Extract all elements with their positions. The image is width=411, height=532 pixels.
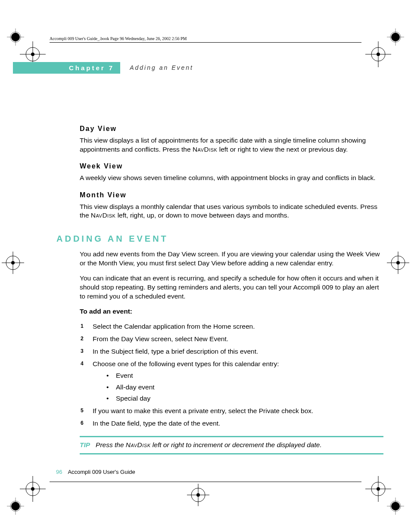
- paragraph: A weekly view shows seven timeline colum…: [80, 174, 383, 183]
- event-type-list: Event All-day event Special day: [105, 371, 383, 404]
- navdisk-term: NavDisk: [126, 441, 151, 448]
- footer-title: Accompli 009 User's Guide: [68, 469, 135, 475]
- crop-mark-icon: [385, 250, 411, 276]
- step-item: From the Day View screen, select New Eve…: [80, 335, 383, 344]
- rule-line: [50, 482, 361, 482]
- procedure-steps: Select the Calendar application from the…: [80, 322, 383, 428]
- chapter-header: Chapter 7 Adding an Event: [13, 62, 193, 73]
- step-item: If you want to make this event a private…: [80, 407, 383, 416]
- page-content: Day View This view displays a list of ap…: [80, 116, 383, 454]
- tip-text: Press the NavDisk left or right to incre…: [96, 441, 322, 448]
- crop-mark-icon: [3, 472, 50, 519]
- tip-block: TIP Press the NavDisk left or right to i…: [80, 436, 383, 454]
- page-number: 96: [56, 469, 62, 475]
- chapter-label: Chapter 7: [13, 62, 120, 74]
- chapter-subtitle: Adding an Event: [130, 64, 193, 71]
- svg-point-43: [196, 493, 200, 497]
- section-title-adding-event: ADDING AN EVENT: [56, 233, 383, 245]
- svg-point-3: [11, 33, 20, 41]
- navdisk-term: NavDisk: [91, 212, 115, 219]
- page-footer: 96 Accompli 009 User's Guide: [56, 469, 135, 475]
- paragraph: You add new events from the Day View scr…: [80, 250, 383, 268]
- crop-mark-icon: [361, 24, 408, 72]
- step-item: In the Subject field, type a brief descr…: [80, 347, 383, 356]
- list-item: All-day event: [105, 383, 383, 392]
- svg-point-31: [11, 502, 20, 510]
- svg-point-35: [377, 487, 380, 491]
- navdisk-term: NavDisk: [193, 146, 217, 153]
- crop-mark-icon: [361, 472, 408, 519]
- list-item: Event: [105, 371, 383, 380]
- svg-point-27: [31, 487, 34, 491]
- rule-line: [50, 42, 361, 43]
- paragraph: You can indicate that an event is recurr…: [80, 274, 383, 301]
- paragraph: This view displays a monthly calendar th…: [80, 202, 383, 221]
- procedure-lead: To add an event:: [80, 307, 383, 316]
- tip-label: TIP: [80, 441, 90, 448]
- svg-point-39: [391, 502, 400, 510]
- heading-day-view: Day View: [80, 124, 383, 134]
- step-item: In the Date field, type the date of the …: [80, 419, 383, 428]
- svg-point-7: [31, 53, 34, 56]
- step-item: Select the Calendar application from the…: [80, 322, 383, 331]
- svg-point-23: [396, 261, 400, 264]
- paragraph: This view displays a list of appointment…: [80, 136, 383, 154]
- heading-week-view: Week View: [80, 162, 383, 171]
- step-item: Choose one of the following event types …: [80, 360, 383, 404]
- book-meta-line: Accompli 009 User's Guide_.book Page 96 …: [50, 36, 187, 41]
- heading-month-view: Month View: [80, 190, 383, 200]
- svg-point-15: [377, 53, 380, 56]
- crop-mark-icon: [0, 250, 26, 276]
- crop-mark-icon: [185, 482, 211, 508]
- svg-point-19: [11, 261, 15, 264]
- list-item: Special day: [105, 394, 383, 403]
- svg-point-11: [391, 33, 400, 41]
